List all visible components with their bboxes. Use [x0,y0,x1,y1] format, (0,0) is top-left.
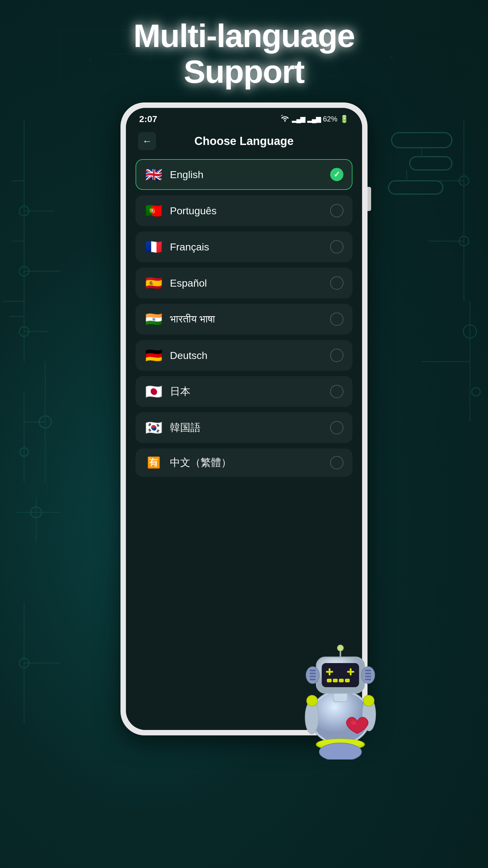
title-area: Multi-language Support [0,18,488,90]
radio-portuguese [330,204,344,217]
language-item-hindi[interactable]: 🇮🇳 भारतीय भाषा [135,304,352,335]
language-list: 🇬🇧 English ✓ 🇵🇹 Português � [135,159,352,477]
svg-rect-69 [310,679,316,680]
svg-rect-72 [365,673,371,674]
svg-rect-62 [333,679,338,682]
status-icons: ▂▄▆ ▂▄▆ 62% 🔋 [281,115,349,124]
robot-mascot [277,633,404,760]
svg-rect-63 [339,679,344,682]
language-name-korean: 韓国語 [170,421,330,435]
phone-mockup: 2:07 ▂▄▆ ▂▄▆ 62% 🔋 [121,102,367,735]
svg-rect-58 [329,668,330,675]
language-item-spanish[interactable]: 🇪🇸 Español [135,268,352,299]
flag-hindi: 🇮🇳 [144,311,163,327]
phone-power-button [367,187,371,211]
language-name-chinese-traditional: 中文（繁體） [170,456,330,470]
flag-spanish: 🇪🇸 [144,275,163,291]
title-line2: Support [184,53,304,90]
back-button[interactable]: ← [138,132,156,150]
robot-svg [277,633,404,760]
radio-german [330,349,344,362]
battery-indicator: 62% [323,115,337,123]
svg-point-50 [284,120,286,122]
page-title: Multi-language Support [0,18,488,90]
svg-rect-73 [365,676,371,677]
svg-rect-28 [410,157,452,170]
radio-japanese [330,385,344,398]
svg-rect-29 [389,181,443,194]
flag-korean: 🇰🇷 [144,420,163,436]
language-name-spanish: Español [170,277,330,289]
status-bar: 2:07 ▂▄▆ ▂▄▆ 62% 🔋 [126,108,362,127]
status-time: 2:07 [139,114,157,124]
svg-point-83 [307,695,318,706]
svg-point-76 [337,645,344,651]
language-item-japanese[interactable]: 🇯🇵 日本 [135,376,352,407]
svg-point-70 [361,667,375,684]
radio-hindi [330,313,344,326]
battery-icon: 🔋 [340,115,349,123]
screen-title: Choose Language [156,135,332,148]
svg-rect-71 [365,670,371,671]
language-item-french[interactable]: 🇫🇷 Français [135,231,352,262]
signal-bars-2: ▂▄▆ [307,115,321,123]
flag-english: 🇬🇧 [144,166,163,183]
language-name-french: Français [170,241,330,253]
svg-point-81 [319,743,361,760]
language-item-chinese-traditional[interactable]: 🈶 中文（繁體） [135,448,352,477]
svg-rect-61 [327,679,332,682]
svg-point-65 [306,667,319,684]
svg-point-82 [351,721,357,725]
flag-french: 🇫🇷 [144,239,163,255]
wifi-icon [281,115,290,124]
svg-rect-60 [350,668,352,675]
svg-rect-67 [310,673,316,674]
check-icon: ✓ [333,170,340,179]
language-item-korean[interactable]: 🇰🇷 韓国語 [135,412,352,443]
radio-french [330,240,344,253]
svg-rect-68 [310,676,316,677]
language-name-japanese: 日本 [170,384,330,398]
radio-spanish [330,276,344,290]
language-name-english: English [170,169,330,181]
svg-rect-27 [392,133,452,148]
app-header: ← Choose Language [135,127,352,159]
svg-rect-56 [322,663,359,687]
svg-rect-66 [310,670,316,671]
svg-rect-64 [345,679,350,682]
flag-german: 🇩🇪 [144,347,163,364]
flag-portuguese: 🇵🇹 [144,203,163,219]
language-name-portuguese: Português [170,205,330,217]
title-line1: Multi-language [133,18,355,54]
svg-point-33 [472,388,480,396]
svg-rect-74 [365,679,371,680]
radio-korean [330,421,344,434]
language-name-hindi: भारतीय भाषा [170,313,330,325]
flag-japanese: 🇯🇵 [144,383,163,400]
language-item-portuguese[interactable]: 🇵🇹 Português [135,195,352,226]
radio-english: ✓ [330,168,344,181]
language-item-english[interactable]: 🇬🇧 English ✓ [135,159,352,190]
flag-chinese-traditional: 🈶 [144,456,163,469]
signal-bars-1: ▂▄▆ [292,115,305,123]
back-arrow-icon: ← [142,135,152,147]
language-item-german[interactable]: 🇩🇪 Deutsch [135,340,352,371]
radio-chinese-traditional [330,456,344,469]
language-name-german: Deutsch [170,350,330,361]
svg-point-84 [363,695,374,706]
